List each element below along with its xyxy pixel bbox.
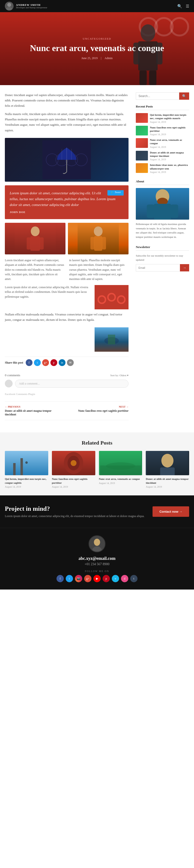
comments-count: 0 comments xyxy=(5,373,20,377)
search-icon[interactable]: 🔍 xyxy=(177,4,182,8)
share-pinterest-icon[interactable]: p xyxy=(50,359,57,366)
recent-post-thumb-4 xyxy=(136,151,148,160)
share-icons: f t g+ p in ✉ xyxy=(26,359,74,366)
recent-post-thumb-3 xyxy=(136,138,148,148)
footer-youtube-icon[interactable]: ▶ xyxy=(93,575,101,582)
related-post-date-2: August 14, 2019 xyxy=(52,486,95,488)
share-row: Share this post f t g+ p in ✉ xyxy=(5,356,128,368)
recent-post-info-3: Nunc erat arcu, venenatis ac congue Augu… xyxy=(150,138,189,148)
footer-pinterest-icon[interactable]: p xyxy=(103,575,110,582)
related-post-2[interactable]: Nunc faucibus eros eget sagittis porttit… xyxy=(52,451,95,488)
search-row: 🔍 xyxy=(136,92,189,100)
related-post-date-4: August 14, 2019 xyxy=(146,486,189,488)
recent-post-date-2: August 14, 2019 xyxy=(150,133,189,136)
svg-rect-7 xyxy=(149,70,156,85)
footer-dribbble-icon[interactable]: d xyxy=(121,575,128,582)
footer-facebook-icon[interactable]: f xyxy=(56,575,64,582)
image-macarons xyxy=(94,285,128,309)
hero-meta: June 25, 2019 | Admin xyxy=(30,56,164,60)
article-body: Donec tincidunt augue vel sapien ullamco… xyxy=(5,92,128,133)
newsletter-submit-button[interactable]: → xyxy=(180,264,189,271)
tweet-button[interactable]: 🐦 Tweet xyxy=(108,190,124,196)
menu-icon[interactable]: ☰ xyxy=(186,4,189,8)
svg-rect-41 xyxy=(13,463,15,475)
mixed-image-section xyxy=(94,285,128,309)
sort-label[interactable]: Sort by: Oldest ▾ xyxy=(110,374,128,377)
comment-input[interactable]: Add a comment... xyxy=(15,380,128,388)
text-col-1: Lorem tincidunt augue vel sapien ullamco… xyxy=(5,258,64,281)
svg-point-28 xyxy=(109,294,114,300)
svg-rect-37 xyxy=(154,204,171,220)
fb-comments-plugin: Facebook Comments Plugin xyxy=(5,391,128,397)
footer-email[interactable]: abc.xyz@email.com xyxy=(5,556,189,561)
share-email-icon[interactable]: ✉ xyxy=(67,359,74,366)
share-googleplus-icon[interactable]: g+ xyxy=(42,359,49,366)
recent-post-title-4: Donec at nibh sit amet magna tempor tinc… xyxy=(150,151,189,158)
related-post-4[interactable]: Donec at nibh sit amet magna tempor tinc… xyxy=(146,451,189,488)
svg-point-55 xyxy=(94,539,100,546)
newsletter-text: Subscribe for our monthly newsletter to … xyxy=(136,254,189,262)
about-person-svg xyxy=(136,188,189,220)
post-navigation: ← Previous Donec at nibh sit amet magna … xyxy=(5,402,128,420)
svg-rect-21 xyxy=(94,236,102,251)
search-input[interactable] xyxy=(136,92,179,100)
next-post[interactable]: Next → Nunc faucibus eros eget sagittis … xyxy=(78,405,128,416)
newsletter-input[interactable] xyxy=(136,264,180,271)
two-column-images xyxy=(5,223,128,254)
share-twitter-icon[interactable]: t xyxy=(34,359,41,366)
recent-post-title-2: Nunc faucibus eros eget sagittis porttit… xyxy=(150,126,189,133)
recent-post-title-5: Interdum vitae nunc ac, pharetra ullamco… xyxy=(150,163,189,170)
svg-point-47 xyxy=(71,460,76,466)
header-nav: 🔍 ☰ xyxy=(177,4,189,8)
svg-rect-17 xyxy=(27,237,31,250)
cta-subtitle: Lorem ipsum dolor sit amet, consectetur … xyxy=(5,515,145,518)
search-button[interactable]: 🔍 xyxy=(179,92,189,100)
article-body-2: Nullam efficitur malesuada malesuada. Vi… xyxy=(5,312,128,322)
related-post-1[interactable]: Qui lorem, imperdiet non turpis nec, con… xyxy=(5,451,48,488)
share-label: Share this post xyxy=(5,361,23,365)
related-posts-section: Related Posts Qui lorem, imperdiet non t… xyxy=(0,432,194,495)
quote-text: Lorem ipsum dolor sit amet, consectetur … xyxy=(10,190,124,208)
footer-phone: +01 234 567 8900 xyxy=(5,562,189,566)
svg-point-15 xyxy=(31,226,40,236)
image-orange-woman xyxy=(68,223,128,254)
prev-post[interactable]: ← Previous Donec at nibh sit amet magna … xyxy=(5,405,61,416)
hero-meta-separator: | xyxy=(101,56,101,60)
text-col-2: in laoreet ligula. Phasellus molestie su… xyxy=(69,258,128,281)
related-post-date-3: August 14, 2019 xyxy=(99,482,142,485)
recent-post-date-5: August 14, 2019 xyxy=(150,171,189,174)
recent-post-5[interactable]: Interdum vitae nunc ac, pharetra ullamco… xyxy=(136,163,189,174)
article-image-umbrella xyxy=(5,138,128,182)
mixed-content-row: Lorem ipsum dolor sit amet, consectetur … xyxy=(5,285,128,309)
recent-post-2[interactable]: Nunc faucibus eros eget sagittis porttit… xyxy=(136,126,189,136)
recent-post-3[interactable]: Nunc erat arcu, venenatis ac congue Augu… xyxy=(136,138,189,148)
svg-point-26 xyxy=(99,297,105,303)
contact-now-button[interactable]: Contact now → xyxy=(153,506,189,517)
share-linkedin-icon[interactable]: in xyxy=(59,359,66,366)
quote-author: JOHN DOE xyxy=(10,210,124,215)
svg-point-0 xyxy=(7,3,11,7)
svg-rect-33 xyxy=(108,335,115,344)
main-container: Donec tincidunt augue vel sapien ullamco… xyxy=(0,85,194,432)
two-column-text: Lorem tincidunt augue vel sapien ullamco… xyxy=(5,258,128,281)
footer-vimeo-icon[interactable]: v xyxy=(112,575,119,582)
recent-post-info-5: Interdum vitae nunc ac, pharetra ullamco… xyxy=(150,163,189,174)
related-post-3[interactable]: Nunc erat arcu, venenatis ac congue Augu… xyxy=(99,451,142,488)
recent-post-4[interactable]: Donec at nibh sit amet magna tempor tinc… xyxy=(136,151,189,161)
comment-avatar xyxy=(5,380,13,388)
footer-googleplus-icon[interactable]: g+ xyxy=(84,575,91,582)
recent-post-1[interactable]: Qui lorem, imperdiet non turpis nec, con… xyxy=(136,113,189,123)
footer-instagram-icon[interactable]: 📷 xyxy=(75,575,82,582)
svg-rect-39 xyxy=(170,205,178,218)
recent-posts-title: Recent Posts xyxy=(136,104,189,110)
sidebar-about: About Pellentesque id velit id ligula ma… xyxy=(136,180,189,239)
share-facebook-icon[interactable]: f xyxy=(26,359,33,366)
footer-twitter-icon[interactable]: t xyxy=(66,575,73,582)
footer-tumblr-icon[interactable]: t xyxy=(130,575,138,582)
site-header: ANDREW SMITH Developer and Startup entre… xyxy=(0,0,194,12)
hero-author: Admin xyxy=(105,56,113,60)
article-paragraph-6: Lorem ipsum dolor sit amet, consectetur … xyxy=(5,285,91,299)
svg-point-20 xyxy=(94,226,103,236)
sidebar: 🔍 Recent Posts Qui lorem, imperdiet non … xyxy=(136,92,189,425)
tweet-icon: 🐦 xyxy=(110,190,114,194)
